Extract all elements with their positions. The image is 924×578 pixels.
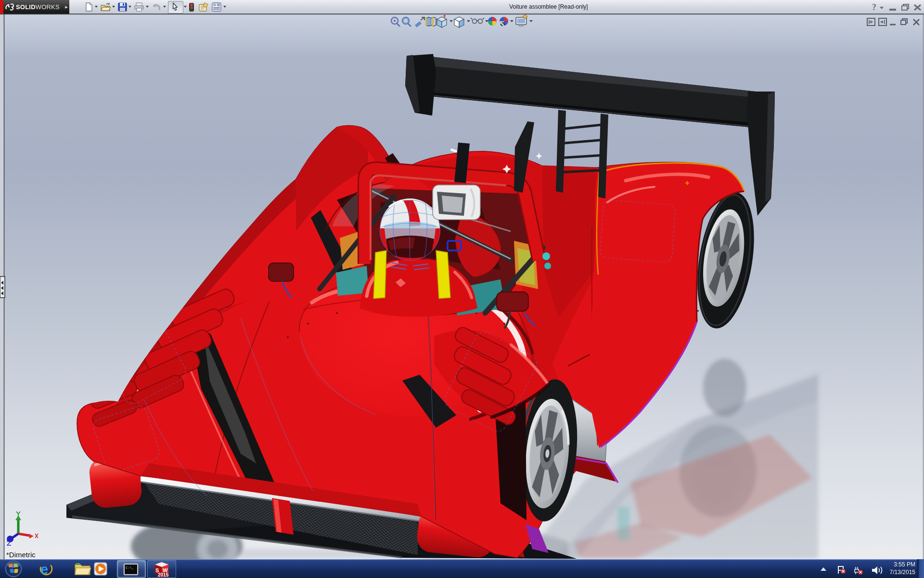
svg-text:*Dimetric: *Dimetric bbox=[6, 551, 36, 559]
svg-text:?: ? bbox=[872, 2, 876, 12]
svg-text:e: e bbox=[40, 562, 48, 576]
svg-text:C:\_: C:\_ bbox=[126, 566, 134, 570]
svg-text:2015: 2015 bbox=[158, 572, 169, 577]
